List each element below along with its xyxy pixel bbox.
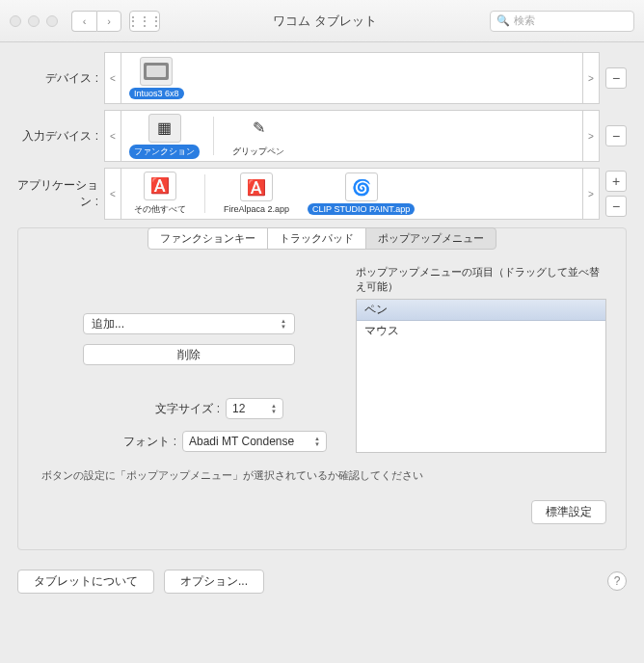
minimize-icon[interactable] [28, 15, 40, 27]
app-item-label: その他すべて [129, 202, 191, 217]
stepper-icon: ▲▼ [271, 403, 277, 414]
search-placeholder: 検索 [514, 13, 535, 28]
zoom-icon[interactable] [46, 15, 58, 27]
close-icon[interactable] [10, 15, 21, 27]
input-item-label: ファンクション [129, 145, 200, 159]
clipstudio-icon: 🌀 [345, 172, 378, 201]
default-button[interactable]: 標準設定 [531, 500, 606, 524]
input-label: 入力デバイス : [17, 128, 104, 145]
about-button[interactable]: タブレットについて [17, 570, 154, 594]
nav-buttons: ‹ › [71, 11, 121, 32]
titlebar: ‹ › ⋮⋮⋮ ワコム タブレット 🔍 検索 [0, 0, 644, 42]
app-item-firealpaca[interactable]: 🅰️ FireAlpaca 2.app [215, 171, 298, 217]
popup-item-list[interactable]: ペン マウス [356, 299, 606, 453]
chevron-updown-icon: ▲▼ [314, 436, 320, 447]
help-button[interactable]: ? [607, 571, 627, 591]
delete-button[interactable]: 削除 [83, 344, 295, 365]
functions-icon: ▦ [148, 114, 181, 143]
add-select[interactable]: 追加... ▲▼ [83, 313, 295, 334]
input-prev-button[interactable]: < [104, 110, 121, 162]
app-prev-button[interactable]: < [104, 168, 121, 220]
forward-button[interactable]: › [96, 11, 121, 32]
traffic-lights [10, 15, 58, 27]
tab-popup-menu[interactable]: ポップアップメニュー [365, 227, 496, 250]
app-item-csp[interactable]: 🌀 CLIP STUDIO PAINT.app [304, 171, 418, 217]
app-label: アプリケーション : [17, 177, 104, 210]
hint-text: ボタンの設定に「ポップアップメニュー」が選択されているか確認してください [18, 461, 626, 491]
options-button[interactable]: オプション... [164, 570, 264, 594]
app-remove-button[interactable]: − [605, 196, 627, 217]
divider [204, 174, 205, 213]
app-row: アプリケーション : < 🅰️ その他すべて 🅰️ FireAlpaca 2.a… [17, 168, 627, 220]
app-item-label: CLIP STUDIO PAINT.app [308, 203, 415, 215]
list-item[interactable]: マウス [357, 321, 605, 341]
search-icon: 🔍 [496, 14, 510, 27]
input-item-pen[interactable]: ✎ グリップペン [224, 112, 293, 161]
app-item-label: FireAlpaca 2.app [219, 203, 294, 215]
app-next-button[interactable]: > [582, 168, 600, 220]
fontsize-label: 文字サイズ : [94, 401, 220, 417]
tab-bar: ファンクションキー トラックパッド ポップアップメニュー [18, 227, 626, 250]
add-label: 追加... [92, 316, 124, 332]
font-label: フォント : [51, 434, 176, 450]
device-label: デバイス : [17, 70, 104, 87]
pen-icon: ✎ [242, 114, 275, 143]
list-title: ポップアップメニューの項目（ドラッグして並べ替え可能） [356, 265, 606, 295]
firealpaca-icon: 🅰️ [240, 172, 273, 201]
app-item-all[interactable]: 🅰️ その他すべて [125, 170, 195, 219]
bottom-bar: タブレットについて オプション... ? [0, 560, 644, 603]
list-header[interactable]: ペン [357, 300, 605, 321]
device-remove-button[interactable]: − [605, 67, 627, 89]
device-next-button[interactable]: > [582, 52, 600, 104]
fontsize-stepper[interactable]: 12 ▲▼ [226, 398, 283, 419]
input-row: 入力デバイス : < ▦ ファンクション ✎ グリップペン > − [17, 110, 627, 162]
app-generic-icon: 🅰️ [144, 172, 176, 200]
device-row: デバイス : < Intuos3 6x8 > − [17, 52, 627, 104]
input-item-functions[interactable]: ▦ ファンクション [125, 112, 203, 161]
app-add-button[interactable]: + [605, 171, 627, 192]
tab-trackpad[interactable]: トラックパッド [267, 227, 366, 250]
fontsize-value: 12 [232, 402, 245, 415]
device-item[interactable]: Intuos3 6x8 [125, 55, 188, 101]
window-title: ワコム タブレット [168, 13, 482, 30]
app-list: 🅰️ その他すべて 🅰️ FireAlpaca 2.app 🌀 CLIP STU… [121, 168, 582, 220]
show-all-button[interactable]: ⋮⋮⋮ [129, 11, 160, 32]
input-item-label: グリップペン [228, 145, 289, 159]
device-list: Intuos3 6x8 [121, 52, 582, 104]
input-list: ▦ ファンクション ✎ グリップペン [121, 110, 582, 162]
device-prev-button[interactable]: < [104, 52, 121, 104]
input-remove-button[interactable]: − [605, 125, 627, 146]
tab-function-keys[interactable]: ファンクションキー [148, 227, 268, 250]
input-next-button[interactable]: > [582, 110, 600, 162]
settings-panel: ファンクションキー トラックパッド ポップアップメニュー 追加... ▲▼ 削除… [17, 227, 627, 550]
font-select[interactable]: Abadi MT Condense ▲▼ [182, 431, 327, 452]
chevron-updown-icon: ▲▼ [281, 318, 286, 330]
divider [213, 117, 214, 155]
font-value: Abadi MT Condense [189, 435, 294, 448]
tablet-icon [140, 57, 173, 86]
search-input[interactable]: 🔍 検索 [490, 11, 634, 32]
back-button[interactable]: ‹ [71, 11, 96, 32]
device-item-label: Intuos3 6x8 [129, 88, 184, 99]
